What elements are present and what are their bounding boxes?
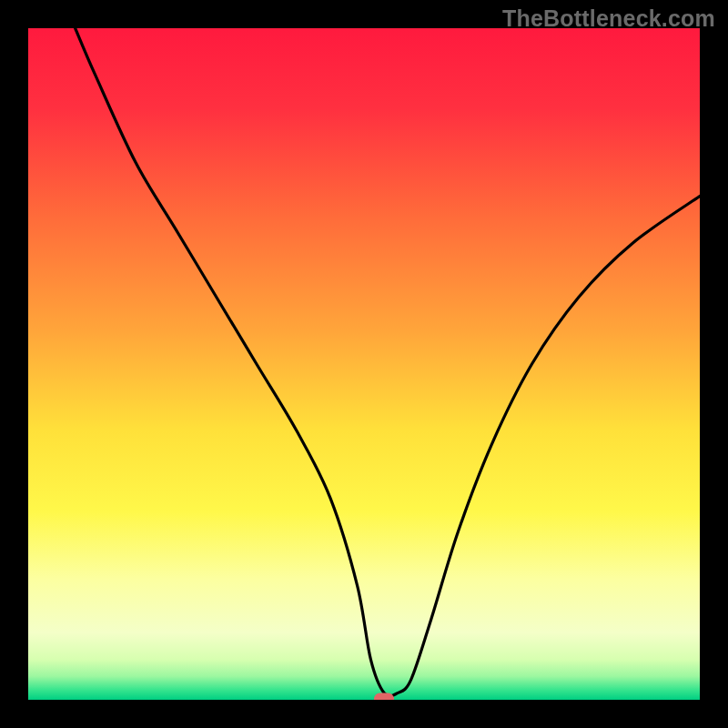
bottleneck-curve bbox=[28, 28, 700, 700]
plot-area bbox=[28, 28, 700, 700]
optimal-point-marker bbox=[374, 693, 394, 700]
chart-frame: TheBottleneck.com bbox=[0, 0, 728, 728]
